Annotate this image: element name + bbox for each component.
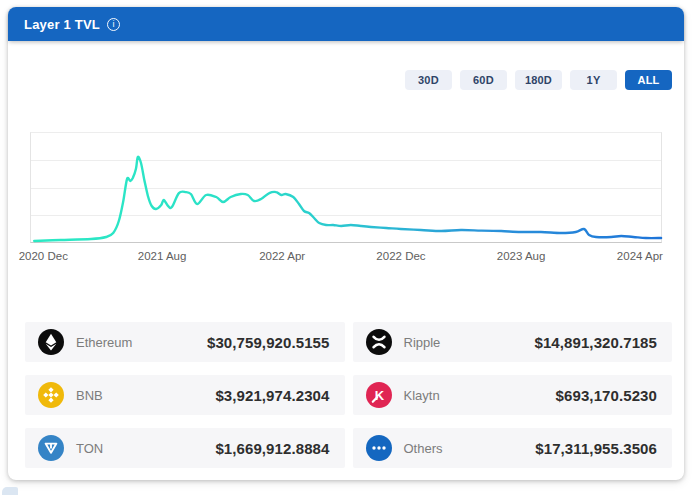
- coin-value: $1,669,912.8884: [215, 440, 329, 457]
- coin-value: $30,759,920.5155: [207, 334, 330, 351]
- next-card-top-edge: [2, 487, 18, 495]
- coin-name: TON: [76, 441, 103, 456]
- coin-name: Others: [404, 441, 443, 456]
- tvl-line-chart: [31, 133, 663, 244]
- range-button-30d[interactable]: 30D: [405, 70, 452, 90]
- coin-value: $14,891,320.7185: [534, 334, 657, 351]
- coin-row-others: Others $17,311,955.3506: [353, 428, 673, 468]
- tvl-line-series: [34, 157, 661, 241]
- page-title: Layer 1 TVL: [24, 17, 100, 32]
- ton-icon: [38, 435, 64, 461]
- ethereum-icon: [38, 329, 64, 355]
- coin-row-bnb: BNB $3,921,974.2304: [25, 375, 345, 415]
- coin-name: Ripple: [404, 335, 441, 350]
- x-axis-tick: 2024 Apr: [617, 250, 663, 262]
- info-icon[interactable]: i: [107, 18, 120, 31]
- coin-breakdown-grid: Ethereum $30,759,920.5155 Ripple $14,891…: [25, 322, 672, 468]
- coin-row-ton: TON $1,669,912.8884: [25, 428, 345, 468]
- coin-value: $17,311,955.3506: [535, 440, 657, 457]
- coin-row-klaytn: K Klaytn $693,170.5230: [353, 375, 673, 415]
- coin-name: Ethereum: [76, 335, 132, 350]
- tvl-chart-plot-area[interactable]: [30, 132, 662, 243]
- time-range-selector: 30D 60D 180D 1Y ALL: [405, 70, 672, 90]
- coin-name: Klaytn: [404, 388, 440, 403]
- card-header: Layer 1 TVL i: [8, 7, 684, 41]
- bnb-icon: [38, 382, 64, 408]
- x-axis-tick: 2020 Dec: [19, 250, 68, 262]
- x-axis-tick: 2023 Aug: [497, 250, 546, 262]
- x-axis-tick: 2021 Aug: [138, 250, 187, 262]
- x-axis-tick: 2022 Apr: [259, 250, 305, 262]
- others-icon: [366, 435, 392, 461]
- layer1-tvl-card: Layer 1 TVL i 30D 60D 180D 1Y ALL 2020 D…: [8, 7, 684, 480]
- range-button-180d[interactable]: 180D: [515, 70, 562, 90]
- klaytn-icon: K: [366, 382, 392, 408]
- coin-row-ripple: Ripple $14,891,320.7185: [353, 322, 673, 362]
- coin-name: BNB: [76, 388, 103, 403]
- range-button-1y[interactable]: 1Y: [570, 70, 617, 90]
- range-button-all-active[interactable]: ALL: [625, 70, 672, 90]
- coin-value: $3,921,974.2304: [215, 387, 329, 404]
- range-button-60d[interactable]: 60D: [460, 70, 507, 90]
- coin-row-ethereum: Ethereum $30,759,920.5155: [25, 322, 345, 362]
- coin-value: $693,170.5230: [556, 387, 657, 404]
- ripple-icon: [366, 329, 392, 355]
- x-axis-tick: 2022 Dec: [376, 250, 425, 262]
- x-axis-labels: 2020 Dec2021 Aug2022 Apr2022 Dec2023 Aug…: [8, 250, 684, 264]
- svg-text:K: K: [374, 388, 384, 403]
